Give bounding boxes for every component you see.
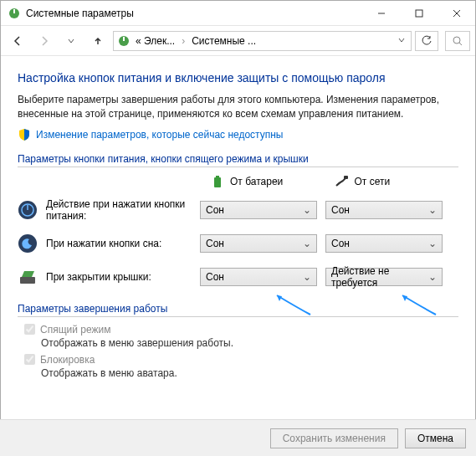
close-button[interactable]	[438, 1, 475, 26]
svg-rect-1	[13, 9, 15, 13]
lid-ac-dropdown[interactable]: Действие не требуется⌄	[325, 268, 443, 286]
lock-checkbox-sub: Отображать в меню аватара.	[41, 367, 458, 379]
chevron-down-icon: ⌄	[428, 238, 437, 249]
save-button[interactable]: Сохранить изменения	[270, 428, 398, 448]
footer: Сохранить изменения Отмена	[0, 419, 476, 456]
svg-point-8	[453, 37, 460, 44]
window-title: Системные параметры	[26, 8, 362, 19]
chevron-down-icon[interactable]	[396, 35, 407, 47]
sleep-battery-dropdown[interactable]: Сон⌄	[200, 234, 317, 253]
chevron-right-icon: ›	[180, 35, 187, 47]
search-box[interactable]	[445, 31, 470, 51]
page-heading: Настройка кнопок питания и включение защ…	[18, 71, 458, 85]
breadcrumb-item[interactable]: « Элек...	[134, 35, 177, 47]
sleep-checkbox-sub: Отображать в меню завершения работы.	[41, 337, 458, 349]
svg-rect-12	[344, 176, 348, 179]
column-battery: От батареи	[210, 174, 335, 189]
refresh-button[interactable]	[415, 31, 438, 51]
setting-label: При закрытии крышки:	[46, 271, 200, 283]
change-settings-link[interactable]: Изменение параметров, которые сейчас нед…	[36, 129, 284, 141]
chevron-down-icon: ⌄	[303, 271, 311, 283]
cancel-button[interactable]: Отмена	[405, 428, 466, 448]
power-battery-dropdown[interactable]: Сон⌄	[200, 201, 317, 219]
breadcrumb-item[interactable]: Системные ...	[190, 35, 258, 47]
svg-rect-17	[20, 277, 35, 284]
titlebar: Системные параметры	[1, 1, 475, 26]
svg-rect-7	[123, 37, 125, 41]
power-ac-dropdown[interactable]: Сон⌄	[325, 201, 443, 219]
setting-power-button: Действие при нажатии кнопки питания: Сон…	[18, 197, 458, 223]
section-shutdown-title: Параметры завершения работы	[18, 303, 458, 317]
back-button[interactable]	[6, 29, 29, 53]
maximize-button[interactable]	[400, 1, 438, 26]
sleep-button-icon	[18, 233, 38, 254]
sleep-checkbox-label: Спящий режим	[40, 324, 110, 336]
chevron-down-icon: ⌄	[303, 238, 311, 249]
breadcrumb[interactable]: « Элек... › Системные ...	[113, 31, 412, 51]
svg-rect-11	[216, 176, 219, 177]
plug-icon	[335, 174, 350, 189]
power-icon	[117, 34, 131, 48]
shield-icon	[18, 128, 31, 141]
battery-icon	[210, 174, 225, 189]
lock-checkbox	[24, 354, 35, 365]
power-button-icon	[18, 200, 38, 220]
sleep-ac-dropdown[interactable]: Сон⌄	[325, 234, 443, 253]
svg-rect-10	[214, 177, 221, 187]
column-ac: От сети	[335, 174, 459, 189]
up-button[interactable]	[86, 29, 110, 53]
page-description: Выберите параметры завершения работы для…	[18, 93, 458, 121]
setting-label: Действие при нажатии кнопки питания:	[46, 198, 200, 222]
section-buttons-title: Параметры кнопки питания, кнопки спящего…	[18, 153, 458, 167]
setting-label: При нажатии кнопки сна:	[46, 238, 200, 249]
chevron-down-icon: ⌄	[428, 271, 437, 283]
sleep-checkbox	[24, 324, 35, 335]
recent-button[interactable]	[59, 29, 83, 53]
minimize-button[interactable]	[362, 1, 400, 26]
setting-sleep-button: При нажатии кнопки сна: Сон⌄ Сон⌄	[18, 231, 458, 256]
navbar: « Элек... › Системные ...	[1, 26, 475, 56]
app-icon	[8, 7, 21, 20]
svg-line-9	[459, 43, 462, 45]
chevron-down-icon: ⌄	[303, 204, 311, 216]
lock-checkbox-label: Блокировка	[40, 354, 95, 366]
lid-battery-dropdown[interactable]: Сон⌄	[200, 268, 317, 286]
chevron-down-icon: ⌄	[428, 204, 437, 216]
lid-icon	[18, 267, 38, 287]
svg-rect-3	[416, 10, 422, 17]
forward-button[interactable]	[33, 29, 56, 53]
setting-lid-close: При закрытии крышки: Сон⌄ Действие не тр…	[18, 264, 458, 289]
